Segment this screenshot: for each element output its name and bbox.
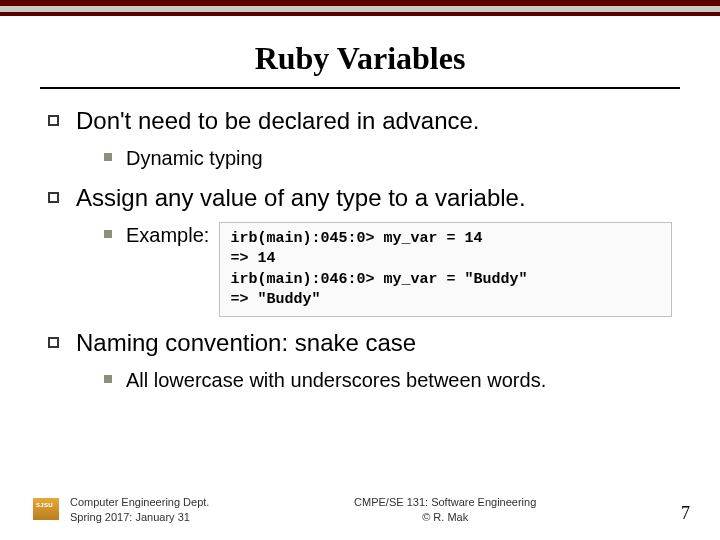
- bullet-list: Don't need to be declared in advance. Dy…: [48, 107, 672, 394]
- dept-line: Spring 2017: January 31: [70, 510, 209, 524]
- header-bars: [0, 0, 720, 16]
- example-label: Example:: [126, 222, 209, 249]
- footer: SJSU Computer Engineering Dept. Spring 2…: [0, 495, 720, 524]
- sub-list: Example: irb(main):045:0> my_var = 14 =>…: [104, 222, 672, 317]
- sub-text: All lowercase with underscores between w…: [126, 369, 546, 391]
- code-line: => 14: [230, 249, 661, 269]
- code-line: irb(main):045:0> my_var = 14: [230, 229, 661, 249]
- course-info: CMPE/SE 131: Software Engineering © R. M…: [209, 495, 681, 524]
- small-square-icon: [104, 153, 112, 161]
- example-row: Example: irb(main):045:0> my_var = 14 =>…: [126, 222, 672, 317]
- course-line: © R. Mak: [209, 510, 681, 524]
- square-bullet-icon: [48, 192, 59, 203]
- slide-title: Ruby Variables: [0, 40, 720, 77]
- bullet-text: Naming convention: snake case: [76, 329, 416, 356]
- square-bullet-icon: [48, 115, 59, 126]
- sub-list: All lowercase with underscores between w…: [104, 367, 672, 394]
- square-bullet-icon: [48, 337, 59, 348]
- page-number: 7: [681, 503, 690, 524]
- sub-item-example: Example: irb(main):045:0> my_var = 14 =>…: [104, 222, 672, 317]
- bullet-text: Assign any value of any type to a variab…: [76, 184, 526, 211]
- content-area: Don't need to be declared in advance. Dy…: [0, 89, 720, 394]
- university-logo: SJSU: [30, 496, 62, 524]
- logo-text: SJSU: [36, 502, 53, 508]
- code-line: => "Buddy": [230, 290, 661, 310]
- slide: Ruby Variables Don't need to be declared…: [0, 0, 720, 540]
- sub-item: All lowercase with underscores between w…: [104, 367, 672, 394]
- course-line: CMPE/SE 131: Software Engineering: [209, 495, 681, 509]
- bullet-item-2: Assign any value of any type to a variab…: [48, 184, 672, 317]
- bullet-item-1: Don't need to be declared in advance. Dy…: [48, 107, 672, 172]
- sub-item: Dynamic typing: [104, 145, 672, 172]
- small-square-icon: [104, 375, 112, 383]
- code-line: irb(main):046:0> my_var = "Buddy": [230, 270, 661, 290]
- dept-info: Computer Engineering Dept. Spring 2017: …: [70, 495, 209, 524]
- footer-left: SJSU Computer Engineering Dept. Spring 2…: [30, 495, 209, 524]
- small-square-icon: [104, 230, 112, 238]
- bullet-item-3: Naming convention: snake case All lowerc…: [48, 329, 672, 394]
- sub-list: Dynamic typing: [104, 145, 672, 172]
- bullet-text: Don't need to be declared in advance.: [76, 107, 480, 134]
- sub-text: Dynamic typing: [126, 147, 263, 169]
- bar-dark-bottom: [0, 12, 720, 16]
- code-block: irb(main):045:0> my_var = 14 => 14 irb(m…: [219, 222, 672, 317]
- dept-line: Computer Engineering Dept.: [70, 495, 209, 509]
